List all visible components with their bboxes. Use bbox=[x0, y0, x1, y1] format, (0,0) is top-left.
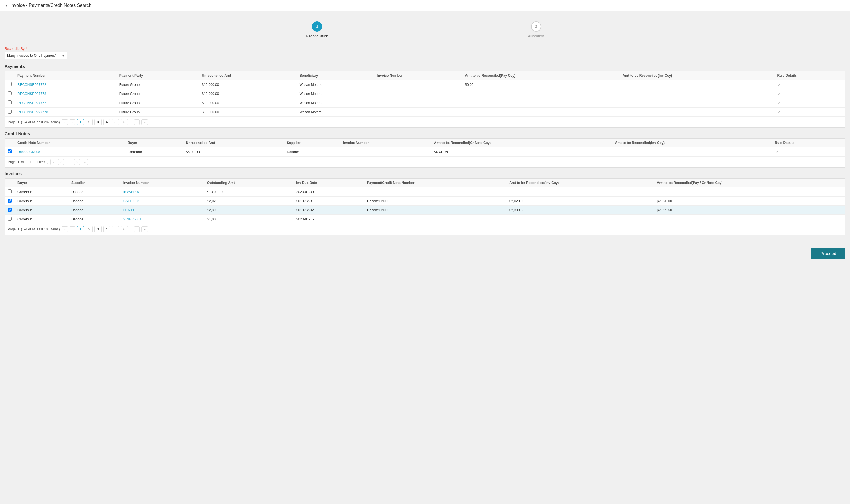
payments-checkbox-3[interactable] bbox=[8, 109, 12, 113]
inv-number-link-3[interactable]: VRINV5051 bbox=[123, 217, 141, 221]
payments-number-0: RECONSEP27772 bbox=[15, 80, 117, 89]
payments-rule-1: ↗ bbox=[774, 89, 845, 98]
inv-payment-cr-0 bbox=[364, 187, 507, 197]
inv-number-link-0[interactable]: INVAPR07 bbox=[123, 190, 140, 194]
payments-col-amt-inv: Amt to be Reconciled(Inv Ccy) bbox=[620, 71, 774, 80]
payments-page-4-btn[interactable]: 4 bbox=[103, 119, 110, 125]
cn-prev-btn[interactable]: ‹ bbox=[58, 159, 64, 165]
payments-col-beneficiary: Beneficiary bbox=[297, 71, 374, 80]
inv-number-link-1[interactable]: SA110053 bbox=[123, 199, 139, 203]
payments-number-link-1[interactable]: RECONSEP27778 bbox=[17, 92, 46, 96]
inv-page-3-btn[interactable]: 3 bbox=[94, 226, 102, 232]
payments-checkbox-2[interactable] bbox=[8, 101, 12, 104]
page-wrapper: ▼ Invoice - Payments/Credit Notes Search… bbox=[0, 0, 850, 504]
step-2-label: Allocation bbox=[528, 34, 544, 38]
inv-checkbox-3[interactable] bbox=[8, 217, 12, 221]
inv-supplier-2: Danone bbox=[69, 206, 120, 215]
invoices-table: Buyer Supplier Invoice Number Outstandin… bbox=[5, 179, 845, 223]
inv-page-5-btn[interactable]: 5 bbox=[112, 226, 119, 232]
payments-section-title: Payments bbox=[4, 64, 846, 69]
payments-external-icon-0[interactable]: ↗ bbox=[777, 83, 781, 87]
inv-number-link-2[interactable]: DEVT1 bbox=[123, 208, 135, 212]
step-1-circle: 1 bbox=[312, 21, 322, 32]
inv-prev-btn[interactable]: ‹ bbox=[70, 227, 75, 232]
inv-due-date-3: 2020-01-15 bbox=[293, 215, 364, 224]
inv-amt-inv-1: $2,020.00 bbox=[507, 197, 654, 206]
payments-page-3-btn[interactable]: 3 bbox=[94, 119, 102, 125]
cn-first-btn[interactable]: « bbox=[50, 159, 56, 165]
cn-pagination: Page 1 of 1 (1 of 1 items) « ‹ 1 › » bbox=[5, 156, 845, 167]
payments-last-btn[interactable]: » bbox=[141, 119, 147, 125]
cn-select-all-header bbox=[5, 139, 15, 147]
payments-number-link-3[interactable]: RECONSEP277778 bbox=[17, 110, 48, 114]
inv-outstanding-2: $2,399.50 bbox=[204, 206, 293, 215]
payments-checkbox-1[interactable] bbox=[8, 91, 12, 95]
inv-page-6-btn[interactable]: 6 bbox=[121, 226, 128, 232]
payments-party-2: Future Group bbox=[117, 98, 199, 108]
payments-number-3: RECONSEP277778 bbox=[15, 108, 117, 116]
inv-dots: ... bbox=[129, 227, 132, 231]
payments-external-icon-2[interactable]: ↗ bbox=[777, 101, 781, 105]
cn-next-btn[interactable]: › bbox=[74, 159, 80, 165]
payments-next-btn[interactable]: › bbox=[134, 119, 140, 125]
inv-buyer-2: Carrefour bbox=[15, 206, 69, 215]
inv-supplier-0: Danone bbox=[69, 187, 120, 197]
inv-amt-pay-cr-0 bbox=[654, 187, 845, 197]
inv-col-payment-cr-note: Payment/Credit Note Number bbox=[364, 179, 507, 187]
cn-unreconciled-0: $5,000.00 bbox=[183, 147, 284, 157]
payments-select-all-header bbox=[5, 71, 15, 80]
proceed-button[interactable]: Proceed bbox=[811, 248, 846, 259]
invoices-row: Carrefour Danone SA110053 $2,020.00 2019… bbox=[5, 197, 845, 206]
payments-row: RECONSEP27778 Future Group $10,000.00 Wa… bbox=[5, 89, 845, 98]
payments-col-invoice: Invoice Number bbox=[374, 71, 462, 80]
cn-page-1-btn[interactable]: 1 bbox=[66, 159, 73, 165]
invoices-row: Carrefour Danone DEVT1 $2,399.50 2019-12… bbox=[5, 206, 845, 215]
payments-unreconciled-3: $10,000.00 bbox=[199, 108, 297, 116]
payments-col-rule: Rule Details bbox=[774, 71, 845, 80]
payments-prev-btn[interactable]: ‹ bbox=[70, 119, 75, 125]
reconcile-by-value: Many Invoices to One Payment/... bbox=[7, 54, 62, 58]
inv-page-4-btn[interactable]: 4 bbox=[103, 226, 110, 232]
invoices-header-row: Buyer Supplier Invoice Number Outstandin… bbox=[5, 179, 845, 187]
payments-external-icon-1[interactable]: ↗ bbox=[777, 92, 781, 96]
payments-invoice-3 bbox=[374, 108, 462, 116]
inv-last-btn[interactable]: » bbox=[141, 227, 147, 232]
payments-first-btn[interactable]: « bbox=[61, 119, 68, 125]
cn-external-icon-0[interactable]: ↗ bbox=[775, 150, 778, 154]
inv-next-btn[interactable]: › bbox=[134, 227, 140, 232]
cn-checkbox-cell-0 bbox=[5, 147, 15, 157]
cn-checkbox-0[interactable] bbox=[8, 149, 12, 154]
inv-payment-cr-2: DanoneCN008 bbox=[364, 206, 507, 215]
payments-page-6-btn[interactable]: 6 bbox=[121, 119, 128, 125]
reconcile-by-select[interactable]: Many Invoices to One Payment/... ▼ bbox=[4, 52, 67, 59]
payments-page-1-btn[interactable]: 1 bbox=[77, 119, 84, 125]
payments-beneficiary-0: Wasan Motors bbox=[297, 80, 374, 89]
payments-checkbox-0[interactable] bbox=[8, 82, 12, 86]
payments-col-unreconciled: Unreconciled Amt bbox=[199, 71, 297, 80]
payments-table: Payment Number Payment Party Unreconcile… bbox=[5, 71, 845, 116]
inv-first-btn[interactable]: « bbox=[61, 227, 68, 232]
inv-checkbox-2[interactable] bbox=[8, 208, 12, 212]
inv-checkbox-1[interactable] bbox=[8, 199, 12, 202]
inv-number-0: INVAPR07 bbox=[120, 187, 204, 197]
payments-number-link-2[interactable]: RECONSEP27777 bbox=[17, 101, 46, 105]
cn-last-btn[interactable]: » bbox=[82, 159, 88, 165]
inv-amt-inv-0 bbox=[507, 187, 654, 197]
cn-number-link-0[interactable]: DanoneCN008 bbox=[17, 150, 40, 154]
payments-rule-3: ↗ bbox=[774, 108, 845, 116]
payments-table-container: Payment Number Payment Party Unreconcile… bbox=[4, 71, 846, 128]
inv-checkbox-0[interactable] bbox=[8, 190, 12, 193]
payments-external-icon-3[interactable]: ↗ bbox=[777, 110, 781, 114]
inv-page-1-btn[interactable]: 1 bbox=[77, 226, 84, 232]
payments-invoice-0 bbox=[374, 80, 462, 89]
payments-page-2-btn[interactable]: 2 bbox=[86, 119, 93, 125]
footer: Proceed bbox=[0, 243, 850, 264]
payments-number-link-0[interactable]: RECONSEP27772 bbox=[17, 83, 46, 87]
inv-outstanding-3: $1,000.00 bbox=[204, 215, 293, 224]
inv-number-3: VRINV5051 bbox=[120, 215, 204, 224]
payments-invoice-1 bbox=[374, 89, 462, 98]
inv-page-2-btn[interactable]: 2 bbox=[86, 226, 93, 232]
steps-container: 1 Reconcilation 2 Allocation bbox=[4, 16, 846, 47]
payments-page-5-btn[interactable]: 5 bbox=[112, 119, 119, 125]
cn-col-supplier: Supplier bbox=[284, 139, 340, 147]
